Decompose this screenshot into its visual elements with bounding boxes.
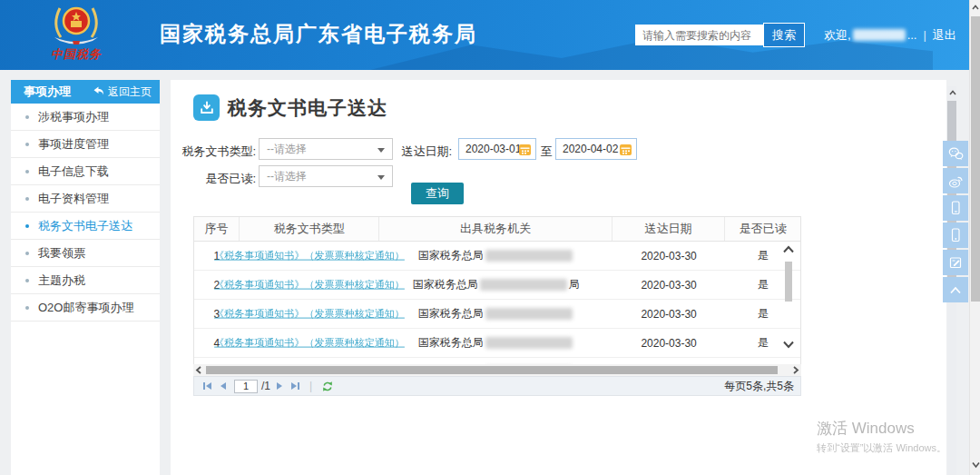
- table-scroll-down-icon[interactable]: [782, 341, 795, 349]
- table-scrollbar-thumb[interactable]: [785, 262, 792, 302]
- bullet-icon: [25, 252, 29, 255]
- scroll-left-icon[interactable]: [195, 366, 202, 374]
- scroll-right-icon[interactable]: [792, 366, 799, 374]
- watermark-line2: 转到“设置”以激活 Windows。: [817, 441, 946, 455]
- welcome-divider: |: [923, 28, 926, 42]
- floating-share-panel: [943, 141, 968, 304]
- col-doc-type: 税务文书类型: [240, 217, 380, 241]
- date-range-separator: 至: [539, 143, 554, 160]
- authority-blurred: [480, 279, 567, 291]
- table-horizontal-scrollbar[interactable]: [193, 364, 801, 376]
- content-scroll-up-icon[interactable]: [948, 90, 957, 95]
- first-page-button[interactable]: [202, 381, 212, 391]
- windows-activation-watermark: 激活 Windows 转到“设置”以激活 Windows。: [817, 418, 946, 455]
- date-from-input[interactable]: 2020-03-01: [458, 138, 536, 160]
- table-row: 3 《税务事项通知书》（发票票种核定通知） 国家税务总局 2020-03-30 …: [194, 300, 800, 329]
- last-page-button[interactable]: [290, 381, 300, 391]
- doc-type-value: --请选择: [260, 139, 392, 159]
- sidebar-item-edoc-manage[interactable]: 电子资料管理: [11, 185, 160, 213]
- sidebar-item-progress[interactable]: 事项进度管理: [11, 131, 160, 158]
- read-status-select[interactable]: --请选择: [259, 165, 393, 187]
- sidebar-item-o2o-mail[interactable]: O2O邮寄事项办理: [11, 294, 160, 322]
- authority-cell: 国家税务总局: [380, 329, 612, 357]
- doc-link[interactable]: 《税务事项通知书》（发票票种核定通知）: [214, 249, 405, 263]
- col-index: 序号: [194, 217, 240, 241]
- table-row: 1 《税务事项通知书》（发票票种核定通知） 国家税务总局 2020-03-30 …: [194, 242, 800, 271]
- browser-scrollbar-thumb[interactable]: [971, 16, 980, 302]
- doc-link[interactable]: 《税务事项通知书》（发票票种核定通知）: [214, 307, 405, 322]
- page-total-label: /1: [261, 380, 270, 392]
- table-body: 1 《税务事项通知书》（发票票种核定通知） 国家税务总局 2020-03-30 …: [193, 242, 801, 364]
- pager-divider: |: [309, 380, 312, 392]
- username-blurred: [853, 29, 906, 41]
- mobile-site-icon[interactable]: [943, 223, 968, 248]
- sidebar-item-invoice[interactable]: 我要领票: [11, 240, 160, 267]
- delivery-date-cell: 2020-03-30: [612, 271, 726, 299]
- sidebar-item-label: 电子资料管理: [38, 192, 109, 205]
- top-header: 中国税务 国家税务总局广东省电子税务局 搜索 欢迎, ... | 退出: [0, 0, 969, 70]
- sidebar-item-theme-tax[interactable]: 主题办税: [11, 267, 160, 294]
- table-scroll-up-icon[interactable]: [782, 245, 795, 253]
- authority-cell: 国家税务总局: [380, 242, 612, 270]
- feedback-edit-icon[interactable]: [943, 250, 968, 275]
- sidebar-item-label: 主题办税: [38, 273, 85, 287]
- delivery-date-cell: 2020-03-30: [612, 329, 726, 357]
- chevron-down-icon: [377, 175, 385, 180]
- browser-scroll-up-icon[interactable]: [971, 5, 980, 10]
- site-title: 国家税务总局广东省电子税务局: [160, 20, 477, 48]
- calendar-icon[interactable]: [619, 143, 632, 156]
- refresh-icon[interactable]: [321, 381, 334, 392]
- authority-blurred: [485, 308, 573, 320]
- read-status-label: 是否已读:: [180, 171, 256, 187]
- search-input[interactable]: [635, 25, 763, 45]
- delivery-date-cell: 2020-03-30: [612, 300, 726, 328]
- bullet-icon: [25, 115, 29, 119]
- delivery-date-cell: 2020-03-30: [612, 242, 726, 270]
- welcome-prefix: 欢迎,: [824, 27, 851, 44]
- bullet-icon: [25, 143, 29, 146]
- read-status-value: --请选择: [260, 166, 392, 186]
- back-home-link[interactable]: 返回主页: [93, 84, 152, 100]
- table-row: 2 《税务事项通知书》（发票票种核定通知） 国家税务总局局 2020-03-30…: [194, 271, 800, 300]
- authority-cell: 国家税务总局局: [380, 271, 612, 299]
- doc-type-select[interactable]: --请选择: [259, 138, 393, 160]
- authority-blurred: [485, 250, 573, 262]
- bullet-icon: [25, 170, 29, 173]
- browser-scroll-down-icon[interactable]: [971, 461, 980, 469]
- query-button[interactable]: 查询: [411, 183, 464, 204]
- date-to-input[interactable]: 2020-04-02: [555, 138, 637, 160]
- table-row-partial: 5 《税务事项通知书》（发票票种核定通知） 国家税务总局 2020-03-30 …: [194, 358, 800, 364]
- weibo-icon[interactable]: [943, 168, 968, 193]
- authority-cell: 国家税务总局: [380, 300, 612, 328]
- wechat-icon[interactable]: [943, 141, 968, 166]
- sidebar-item-einfo-download[interactable]: 电子信息下载: [11, 158, 160, 185]
- bullet-icon: [25, 306, 29, 310]
- col-date: 送达日期: [612, 217, 726, 241]
- sidebar-item-label: 电子信息下载: [38, 164, 109, 178]
- main-panel: 税务文书电子送达 税务文书类型: --请选择 送达日期: 2020-03-01 …: [171, 80, 946, 475]
- back-to-top-button[interactable]: [943, 277, 968, 302]
- sidebar-item-tax-matters[interactable]: 涉税事项办理: [11, 104, 160, 131]
- page-number-input[interactable]: 1: [234, 380, 258, 393]
- logo-caption: 中国税务: [38, 46, 114, 63]
- calendar-icon[interactable]: [518, 143, 532, 156]
- prev-page-button[interactable]: [220, 381, 227, 391]
- sidebar-panel-title: 事项办理: [24, 84, 71, 100]
- pagination-bar: 1 /1 | 每页5条,共5条: [193, 376, 801, 396]
- mobile-app-icon[interactable]: [943, 195, 968, 221]
- chevron-down-icon: [377, 148, 385, 153]
- table-header: 序号 税务文书类型 出具税务机关 送达日期 是否已读: [193, 216, 801, 242]
- logout-link[interactable]: 退出: [933, 27, 956, 44]
- doc-link[interactable]: 《税务事项通知书》（发票票种核定通知）: [214, 278, 405, 292]
- sidebar-item-label: 涉税事项办理: [38, 110, 109, 124]
- sidebar-item-label: 税务文书电子送达: [38, 219, 132, 233]
- next-page-button[interactable]: [276, 381, 283, 391]
- page-title: 税务文书电子送达: [228, 95, 387, 121]
- sidebar-header: 事项办理 返回主页: [11, 80, 160, 104]
- search-button[interactable]: 搜索: [763, 23, 805, 47]
- browser-scrollbar[interactable]: [969, 0, 980, 475]
- doc-link[interactable]: 《税务事项通知书》（发票票种核定通知）: [214, 336, 405, 351]
- watermark-line1: 激活 Windows: [817, 418, 946, 439]
- horizontal-scrollbar-thumb[interactable]: [206, 366, 778, 374]
- sidebar-item-edelivery-active[interactable]: 税务文书电子送达: [11, 213, 160, 240]
